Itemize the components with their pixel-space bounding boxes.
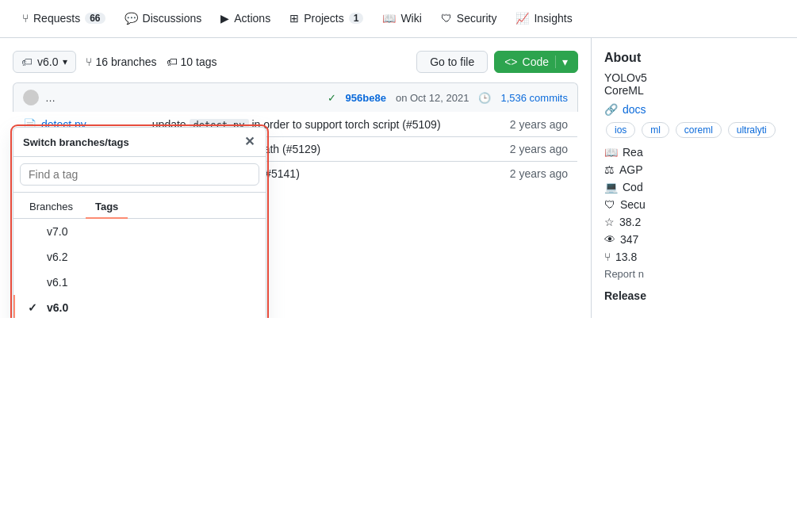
commit-hash-link[interactable]: 956be8e bbox=[346, 92, 386, 104]
tag-item-v7.0[interactable]: v7.0 bbox=[13, 219, 266, 244]
time-cell: 2 years ago bbox=[490, 113, 577, 137]
code-icon: 💻 bbox=[604, 181, 618, 193]
dropdown-box: Switch branches/tags ✕ Branches Tags v7.… bbox=[13, 127, 266, 318]
report-link[interactable]: Report n bbox=[604, 268, 784, 280]
code-button[interactable]: <> Code ▾ bbox=[494, 51, 578, 73]
branch-tag-dropdown: Switch branches/tags ✕ Branches Tags v7.… bbox=[13, 127, 266, 318]
security-stat[interactable]: 🛡 Secu bbox=[604, 198, 784, 211]
check-mark: ✓ bbox=[28, 301, 40, 314]
nav-discussions[interactable]: 💬 Discussions bbox=[115, 0, 212, 38]
tag-count-icon: 🏷 bbox=[167, 55, 178, 68]
discussion-icon: 💬 bbox=[125, 12, 138, 25]
file-action-buttons: Go to file <> Code ▾ bbox=[416, 51, 578, 73]
topics-tags: ios ml coreml ultralyti bbox=[604, 121, 784, 140]
branch-actions-bar: 🏷 v6.0 ▾ ⑂ 16 branches 🏷 10 tags Go to f… bbox=[13, 51, 578, 73]
docs-link[interactable]: 🔗 docs bbox=[604, 103, 784, 116]
history-icon: 🕒 bbox=[478, 92, 491, 104]
nav-security[interactable]: 🛡 Security bbox=[431, 0, 507, 38]
watchers-stat[interactable]: 👁 347 bbox=[604, 233, 784, 246]
nav-requests[interactable]: ⑂ Requests 66 bbox=[13, 0, 115, 38]
forks-stat[interactable]: ⑂ 13.8 bbox=[604, 251, 784, 263]
link-icon: 🔗 bbox=[604, 103, 618, 116]
release-title: Release bbox=[604, 289, 784, 302]
code-stat[interactable]: 💻 Cod bbox=[604, 181, 784, 193]
eye-icon: 👁 bbox=[604, 233, 615, 246]
topic-coreml[interactable]: coreml bbox=[676, 122, 722, 138]
main-container: 🏷 v6.0 ▾ ⑂ 16 branches 🏷 10 tags Go to f… bbox=[0, 38, 797, 318]
tag-search-input[interactable] bbox=[20, 163, 259, 186]
tag-item-v6.1[interactable]: v6.1 bbox=[13, 270, 266, 295]
dropdown-header: Switch branches/tags ✕ bbox=[13, 128, 266, 157]
license-link[interactable]: ⚖ AGP bbox=[604, 163, 784, 176]
branches-tab[interactable]: Branches bbox=[20, 196, 82, 219]
search-box bbox=[13, 157, 266, 193]
commit-message-preview: … bbox=[45, 92, 56, 104]
right-sidebar: About YOLOv5 CoreML 🔗 docs ios ml coreml… bbox=[591, 38, 797, 318]
check-icon: ✓ bbox=[328, 92, 336, 104]
star-icon: ☆ bbox=[604, 216, 615, 228]
time-cell: 2 years ago bbox=[490, 137, 577, 162]
tags-link[interactable]: 🏷 10 tags bbox=[167, 55, 217, 68]
insights-icon: 📈 bbox=[515, 12, 529, 25]
commit-info-bar: … ✓ 956be8e on Oct 12, 2021 🕒 1,536 comm… bbox=[13, 82, 578, 112]
avatar bbox=[23, 90, 39, 105]
tag-item-v6.2[interactable]: v6.2 bbox=[13, 244, 266, 270]
nav-actions[interactable]: ▶ Actions bbox=[211, 0, 280, 38]
topic-ultralyti[interactable]: ultralyti bbox=[728, 122, 776, 138]
tag-icon: 🏷 bbox=[21, 55, 33, 68]
security-icon: 🛡 bbox=[441, 12, 452, 25]
nav-projects[interactable]: ⊞ Projects 1 bbox=[280, 0, 373, 38]
wiki-icon: 📖 bbox=[382, 12, 396, 25]
branches-link[interactable]: ⑂ 16 branches bbox=[86, 55, 156, 68]
top-nav: ⑂ Requests 66 💬 Discussions ▶ Actions ⊞ … bbox=[0, 0, 797, 38]
dropdown-tabs: Branches Tags bbox=[13, 193, 266, 219]
fork-icon: ⑂ bbox=[604, 251, 611, 263]
code-brackets-icon: <> bbox=[504, 55, 517, 68]
tag-list: v7.0v6.2v6.1✓v6.0v5.0v4.0v3.1v3.0v2.0v1.… bbox=[13, 219, 266, 318]
repo-content: 🏷 v6.0 ▾ ⑂ 16 branches 🏷 10 tags Go to f… bbox=[0, 38, 591, 318]
pull-request-icon: ⑂ bbox=[22, 12, 29, 25]
nav-insights[interactable]: 📈 Insights bbox=[506, 0, 581, 38]
nav-wiki[interactable]: 📖 Wiki bbox=[373, 0, 431, 38]
actions-icon: ▶ bbox=[220, 12, 229, 25]
scale-icon: ⚖ bbox=[604, 163, 615, 176]
close-dropdown-button[interactable]: ✕ bbox=[243, 134, 256, 150]
chevron-down-icon: ▾ bbox=[63, 56, 67, 67]
topic-ml[interactable]: ml bbox=[642, 122, 669, 138]
book-icon: 📖 bbox=[604, 146, 618, 159]
time-cell: 2 years ago bbox=[490, 162, 577, 186]
tag-item-v6.0[interactable]: ✓v6.0 bbox=[13, 295, 266, 318]
goto-file-button[interactable]: Go to file bbox=[416, 51, 488, 73]
shield-icon: 🛡 bbox=[604, 198, 615, 211]
branch-icon: ⑂ bbox=[86, 55, 92, 68]
code-dropdown-arrow[interactable]: ▾ bbox=[555, 55, 568, 68]
project-icon: ⊞ bbox=[289, 12, 299, 25]
tags-tab[interactable]: Tags bbox=[86, 196, 128, 219]
readme-link[interactable]: 📖 Rea bbox=[604, 146, 784, 159]
topic-ios[interactable]: ios bbox=[606, 122, 635, 138]
commits-count-link[interactable]: 1,536 commits bbox=[500, 92, 568, 104]
stars-stat[interactable]: ☆ 38.2 bbox=[604, 216, 784, 228]
branch-selector-button[interactable]: 🏷 v6.0 ▾ bbox=[13, 51, 76, 73]
